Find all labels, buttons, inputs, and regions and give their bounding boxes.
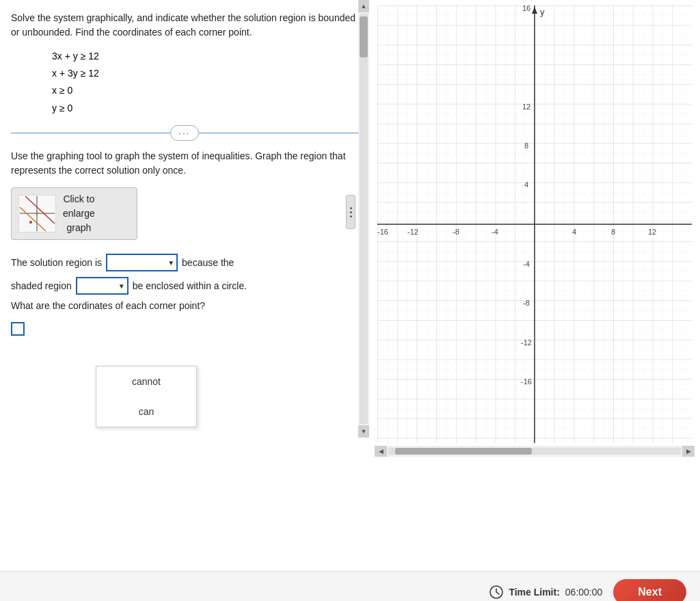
- toggle-dot-2: [350, 211, 352, 213]
- solution-region-prefix: The solution region is: [11, 257, 102, 268]
- h-scroll-left-arrow[interactable]: ◀: [375, 446, 387, 457]
- shaded-prefix: shaded region: [11, 280, 72, 291]
- solution-region-select-wrapper[interactable]: bounded unbounded: [106, 254, 178, 271]
- svg-text:-8: -8: [523, 299, 530, 307]
- corner-prefix: What are the co: [11, 300, 79, 311]
- solution-region-row: The solution region is bounded unbounded…: [11, 254, 358, 271]
- h-scrollbar[interactable]: ◀ ▶: [375, 446, 695, 457]
- time-limit-section: Time Limit: 06:00:00: [489, 585, 602, 599]
- panel-toggle[interactable]: [346, 195, 355, 229]
- svg-text:-8: -8: [453, 228, 459, 236]
- svg-text:-4: -4: [523, 260, 530, 268]
- svg-text:-4: -4: [492, 228, 498, 236]
- toggle-dot-1: [350, 207, 352, 209]
- solution-region-select[interactable]: bounded unbounded: [106, 254, 178, 271]
- divider-button[interactable]: ···: [170, 125, 200, 141]
- dropdown-option-cannot[interactable]: cannot: [96, 366, 196, 397]
- svg-text:12: 12: [648, 228, 656, 236]
- svg-text:12: 12: [522, 103, 530, 111]
- enlarge-graph-button[interactable]: Click toenlargegraph: [11, 187, 137, 240]
- graph-svg: y -12 -8 -4 4 8 12: [375, 5, 695, 443]
- shaded-region-row: shaded region cannot can be enclosed wit…: [11, 277, 358, 295]
- svg-point-8: [29, 221, 32, 224]
- shaded-suffix: be enclosed within a circle.: [133, 280, 247, 291]
- time-limit-label: Time Limit:: [509, 587, 559, 598]
- scroll-down-arrow[interactable]: ▼: [358, 425, 369, 438]
- svg-text:8: 8: [611, 228, 615, 236]
- svg-text:4: 4: [524, 181, 528, 189]
- corner-suffix: corner point?: [149, 300, 205, 311]
- left-panel: Solve the system graphically, and indica…: [0, 0, 369, 571]
- next-button[interactable]: Next: [613, 579, 686, 602]
- divider-area: ···: [11, 125, 358, 141]
- h-scroll-right-arrow[interactable]: ▶: [682, 446, 695, 457]
- svg-text:y: y: [540, 7, 545, 17]
- svg-point-7: [36, 212, 38, 215]
- svg-text:16: 16: [522, 5, 530, 12]
- svg-text:8: 8: [524, 142, 528, 150]
- scroll-thumb[interactable]: [360, 16, 368, 57]
- inequality-2: x + 3y ≥ 12: [52, 65, 358, 82]
- inequality-3: x ≥ 0: [52, 82, 358, 99]
- scroll-up-arrow[interactable]: ▲: [358, 0, 369, 12]
- mini-graph-icon: [18, 195, 56, 232]
- corner-checkbox[interactable]: [11, 322, 25, 336]
- svg-text:-16: -16: [377, 228, 388, 236]
- bottom-bar: Time Limit: 06:00:00 Next: [0, 571, 700, 601]
- shaded-select-wrapper[interactable]: cannot can: [76, 277, 129, 295]
- problem-instruction: Solve the system graphically, and indica…: [11, 11, 358, 40]
- clock-icon: [489, 585, 503, 599]
- graphing-instruction: Use the graphing tool to graph the syste…: [11, 149, 358, 178]
- right-panel: y -12 -8 -4 4 8 12: [369, 0, 700, 571]
- enlarge-btn-label: Click toenlargegraph: [63, 192, 95, 235]
- inequality-4: y ≥ 0: [52, 100, 358, 117]
- h-scroll-thumb[interactable]: [395, 448, 532, 455]
- left-scrollbar[interactable]: ▲ ▼: [358, 0, 369, 438]
- time-value: 06:00:00: [565, 587, 603, 598]
- inequalities-list: 3x + y ≥ 12 x + 3y ≥ 12 x ≥ 0 y ≥ 0: [52, 48, 358, 117]
- solution-region-suffix: because the: [182, 257, 234, 268]
- inequality-1: 3x + y ≥ 12: [52, 48, 358, 65]
- scroll-track: [360, 14, 368, 424]
- dropdown-option-can[interactable]: can: [96, 397, 196, 427]
- toggle-dot-3: [350, 215, 352, 217]
- svg-text:-12: -12: [521, 338, 532, 347]
- corner-point-row: What are the cordinates of each corner p…: [11, 300, 358, 311]
- h-scroll-track: [388, 448, 681, 455]
- svg-text:-16: -16: [521, 377, 532, 386]
- svg-text:4: 4: [572, 228, 576, 236]
- svg-line-33: [496, 592, 499, 594]
- shaded-select[interactable]: cannot can: [76, 277, 129, 295]
- svg-text:-12: -12: [407, 228, 418, 236]
- dropdown-popup: cannot can: [96, 366, 197, 427]
- graph-container[interactable]: y -12 -8 -4 4 8 12: [375, 5, 695, 443]
